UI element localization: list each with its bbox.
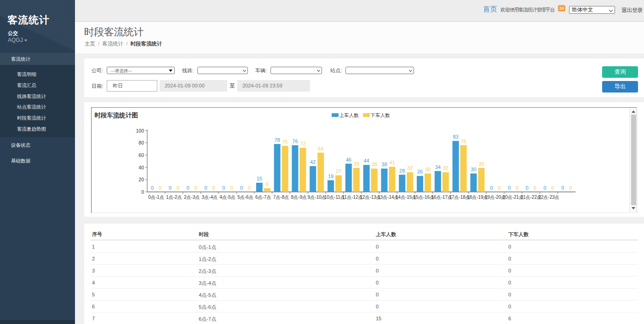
svg-text:8点-9点: 8点-9点 [291, 195, 306, 200]
svg-text:76: 76 [460, 139, 466, 144]
svg-text:22点-23点: 22点-23点 [538, 195, 559, 200]
svg-text:0: 0 [551, 185, 554, 191]
svg-text:30: 30 [425, 167, 430, 172]
svg-text:0: 0 [533, 185, 536, 191]
svg-text:46: 46 [345, 157, 351, 162]
svg-text:0: 0 [498, 185, 500, 191]
svg-text:1点-2点: 1点-2点 [166, 195, 181, 200]
svg-text:83: 83 [453, 134, 458, 139]
svg-text:100: 100 [136, 128, 144, 133]
svg-text:44: 44 [363, 158, 369, 163]
svg-text:80: 80 [138, 140, 144, 145]
svg-text:75: 75 [282, 139, 288, 145]
svg-text:6点-7点: 6点-7点 [255, 195, 270, 200]
svg-text:64: 64 [318, 146, 323, 151]
svg-text:0: 0 [222, 185, 225, 191]
svg-text:30: 30 [471, 167, 476, 172]
svg-text:0: 0 [507, 185, 510, 191]
svg-text:0: 0 [515, 185, 518, 191]
svg-text:26: 26 [417, 169, 422, 174]
svg-text:42: 42 [310, 159, 316, 165]
svg-text:0: 0 [240, 185, 242, 191]
svg-text:38: 38 [371, 162, 377, 167]
svg-text:0: 0 [176, 185, 179, 191]
svg-text:38: 38 [381, 162, 387, 167]
svg-text:28: 28 [399, 168, 405, 174]
svg-text:9点-10点: 9点-10点 [307, 195, 326, 200]
svg-text:0: 0 [194, 185, 197, 191]
svg-text:0: 0 [490, 185, 493, 191]
svg-text:72: 72 [300, 141, 305, 146]
svg-text:3点-4点: 3点-4点 [201, 195, 217, 200]
svg-text:40: 40 [138, 165, 144, 170]
svg-text:27: 27 [335, 168, 341, 174]
svg-text:0点-1点: 0点-1点 [148, 195, 164, 200]
svg-text:0: 0 [569, 185, 572, 191]
svg-text:0: 0 [247, 185, 250, 191]
svg-text:5点-6点: 5点-6点 [237, 195, 253, 200]
svg-text:41: 41 [389, 160, 395, 165]
svg-text:0: 0 [561, 185, 564, 191]
svg-text:0: 0 [230, 185, 233, 191]
svg-text:39: 39 [478, 161, 484, 167]
svg-text:0: 0 [141, 189, 144, 195]
svg-text:15: 15 [256, 176, 262, 181]
svg-text:32: 32 [443, 165, 448, 171]
svg-text:0: 0 [525, 185, 528, 191]
svg-text:76: 76 [292, 139, 298, 144]
svg-text:34: 34 [435, 164, 440, 170]
svg-text:0: 0 [204, 185, 207, 191]
svg-text:4点-5点: 4点-5点 [219, 195, 235, 200]
svg-text:60: 60 [138, 152, 144, 158]
svg-text:32: 32 [407, 165, 413, 171]
svg-text:0: 0 [158, 185, 161, 191]
svg-text:0: 0 [212, 185, 215, 191]
svg-text:78: 78 [274, 137, 280, 143]
svg-text:19: 19 [328, 174, 333, 179]
svg-text:0: 0 [543, 185, 546, 191]
svg-text:0: 0 [150, 185, 153, 191]
svg-text:2点-3点: 2点-3点 [184, 195, 199, 200]
svg-text:7点-8点: 7点-8点 [273, 195, 288, 200]
svg-text:6: 6 [265, 181, 268, 187]
svg-text:39: 39 [353, 161, 359, 167]
svg-text:20: 20 [138, 177, 144, 182]
svg-text:0: 0 [168, 185, 171, 191]
svg-text:0: 0 [186, 185, 189, 191]
